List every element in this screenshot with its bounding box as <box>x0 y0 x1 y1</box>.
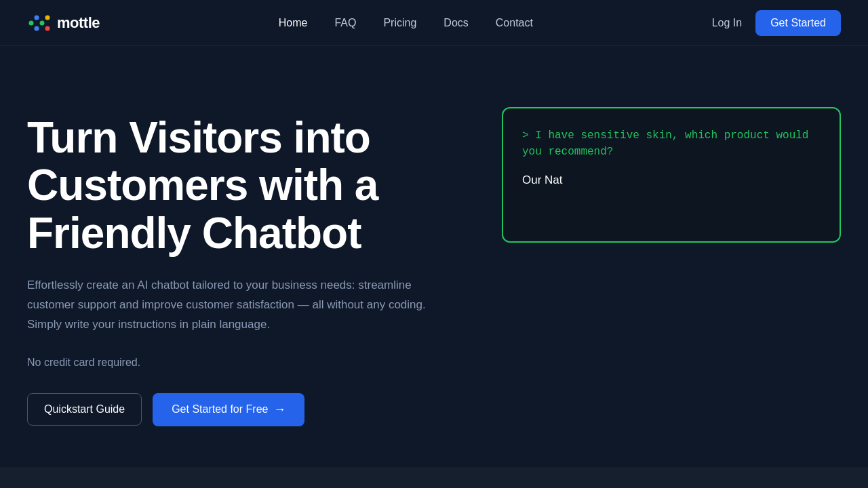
svg-point-5 <box>45 26 50 30</box>
hero-left: Turn Visitors into Customers with a Frie… <box>27 100 475 426</box>
navbar: mottle Home FAQ Pricing Docs Contact Log… <box>0 0 868 46</box>
hero-buttons: Quickstart Guide Get Started for Free → <box>27 393 475 426</box>
svg-point-3 <box>40 20 45 25</box>
hero-section: Turn Visitors into Customers with a Frie… <box>0 46 868 467</box>
chat-prompt: > I have sensitive skin, which product w… <box>522 127 821 160</box>
svg-point-0 <box>29 20 34 25</box>
nav-contact[interactable]: Contact <box>496 17 533 29</box>
svg-point-2 <box>35 26 39 30</box>
no-credit-text: No credit card required. <box>27 357 475 369</box>
hero-subtitle: Effortlessly create an AI chatbot tailor… <box>27 276 434 335</box>
get-started-nav-button[interactable]: Get Started <box>755 10 841 36</box>
get-started-free-label: Get Started for Free <box>172 403 268 415</box>
hero-right: > I have sensitive skin, which product w… <box>502 107 841 243</box>
nav-docs[interactable]: Docs <box>443 17 468 29</box>
nav-faq[interactable]: FAQ <box>334 17 356 29</box>
nav-actions: Log In Get Started <box>712 10 841 36</box>
nav-pricing[interactable]: Pricing <box>383 17 416 29</box>
chat-demo: > I have sensitive skin, which product w… <box>502 107 841 243</box>
svg-point-1 <box>35 15 39 20</box>
nav-home[interactable]: Home <box>279 17 308 29</box>
arrow-icon: → <box>273 403 285 417</box>
nav-links: Home FAQ Pricing Docs Contact <box>279 17 533 29</box>
logo-icon <box>27 11 52 35</box>
login-button[interactable]: Log In <box>712 17 742 29</box>
bottom-section: Ask me how to get started... <box>0 467 868 488</box>
get-started-free-button[interactable]: Get Started for Free → <box>153 393 304 426</box>
quickstart-button[interactable]: Quickstart Guide <box>27 393 142 426</box>
brand-name: mottle <box>57 14 100 32</box>
hero-title: Turn Visitors into Customers with a Frie… <box>27 114 475 257</box>
logo[interactable]: mottle <box>27 11 100 35</box>
svg-point-4 <box>45 15 50 20</box>
chat-response: Our Nat <box>522 174 821 187</box>
